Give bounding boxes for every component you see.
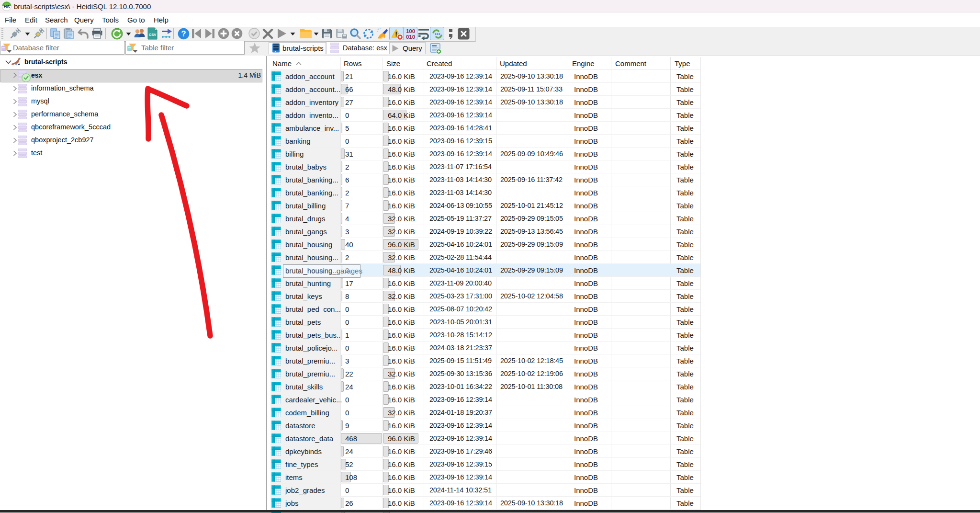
svg-text:010: 010 xyxy=(406,34,415,40)
svg-text:100: 100 xyxy=(406,28,415,34)
